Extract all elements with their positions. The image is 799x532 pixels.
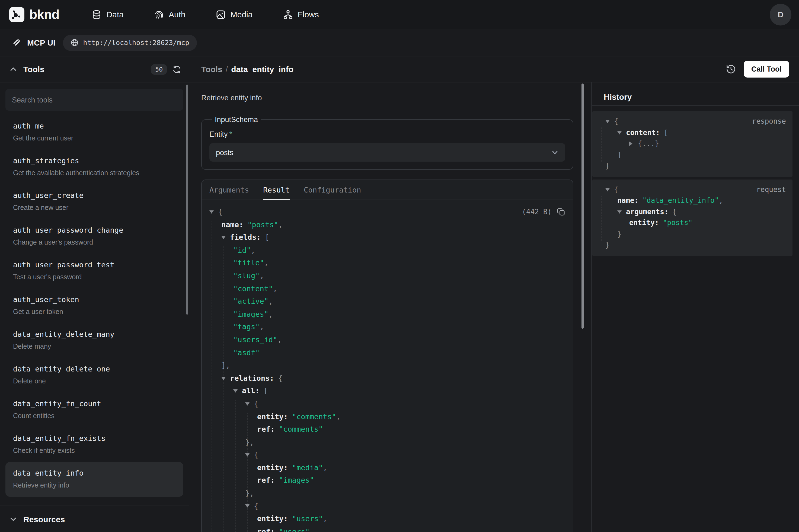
nav-item-data[interactable]: Data bbox=[92, 10, 124, 19]
json-punctuation: { bbox=[218, 206, 222, 218]
entity-select[interactable]: posts bbox=[209, 143, 565, 162]
tool-description: Retrieve entity info bbox=[13, 480, 176, 491]
top-nav: bknd DataAuthMediaFlows D bbox=[0, 0, 799, 29]
bknd-logo-icon bbox=[9, 6, 25, 22]
entity-select-value: posts bbox=[216, 148, 233, 156]
nav-item-flows[interactable]: Flows bbox=[283, 10, 319, 19]
resources-section-header[interactable]: Resources bbox=[0, 505, 189, 532]
tool-description: Get a user token bbox=[13, 307, 176, 317]
json-line: } bbox=[599, 160, 786, 172]
copy-icon[interactable] bbox=[557, 208, 565, 216]
history-clock-icon[interactable] bbox=[726, 64, 736, 74]
tool-list-item-data_entity_fn_count[interactable]: data_entity_fn_countCount entities bbox=[5, 393, 183, 428]
collapse-caret-icon[interactable] bbox=[617, 210, 626, 214]
json-line: ] bbox=[599, 149, 786, 160]
tool-list-item-auth_user_token[interactable]: auth_user_tokenGet a user token bbox=[5, 288, 183, 323]
sidebar-scrollbar[interactable] bbox=[186, 84, 188, 315]
json-key: entity: bbox=[257, 410, 288, 423]
refresh-icon[interactable] bbox=[172, 65, 181, 74]
tool-list-item-auth_me[interactable]: auth_meGet the current user bbox=[5, 115, 183, 150]
history-entry-request[interactable]: {requestname:"data_entity_info",argument… bbox=[592, 179, 793, 256]
tool-description: Change a user's password bbox=[13, 238, 176, 248]
json-punctuation: , bbox=[719, 195, 723, 206]
collapse-caret-icon[interactable] bbox=[209, 210, 218, 214]
call-tool-button[interactable]: Call Tool bbox=[744, 61, 789, 78]
json-string: "posts" bbox=[663, 217, 693, 229]
collapse-caret-icon[interactable] bbox=[221, 377, 230, 380]
input-schema-fieldset: InputSchema Entity* posts bbox=[201, 115, 573, 170]
collapse-caret-icon[interactable] bbox=[221, 236, 230, 239]
brand-logo[interactable]: bknd bbox=[9, 6, 59, 22]
tools-count-badge: 50 bbox=[151, 64, 167, 75]
tool-list-item-data_entity_fn_exists[interactable]: data_entity_fn_existsCheck if entity exi… bbox=[5, 428, 183, 462]
json-line: arguments:{ bbox=[599, 206, 786, 217]
brand-name: bknd bbox=[29, 7, 59, 22]
json-line: content:[ bbox=[599, 127, 786, 138]
json-string: "users" bbox=[279, 526, 310, 532]
json-line: ref:"images" bbox=[202, 474, 565, 487]
mcp-url-pill[interactable]: http://localhost:28623/mcp bbox=[63, 34, 197, 51]
nav-item-auth[interactable]: Auth bbox=[154, 10, 186, 19]
tool-description: Create a new user bbox=[13, 203, 176, 213]
expand-caret-icon[interactable] bbox=[629, 142, 638, 146]
tool-list-item-data_entity_delete_one[interactable]: data_entity_delete_oneDelete one bbox=[5, 358, 183, 393]
json-line: } bbox=[599, 240, 786, 251]
breadcrumb-section[interactable]: Tools bbox=[201, 64, 222, 74]
tool-description: Get the available authentication strateg… bbox=[13, 168, 176, 178]
tool-description: Check if entity exists bbox=[13, 446, 176, 456]
search-input[interactable] bbox=[5, 89, 183, 111]
json-string: "content" bbox=[233, 282, 273, 295]
tool-list-item-data_entity_delete_many[interactable]: data_entity_delete_manyDelete many bbox=[5, 323, 183, 358]
collapse-caret-icon[interactable] bbox=[233, 390, 242, 393]
mcp-bar: MCP UI http://localhost:28623/mcp bbox=[0, 29, 799, 56]
json-punctuation: } bbox=[617, 229, 622, 240]
json-punctuation: , bbox=[260, 321, 264, 334]
tab-arguments[interactable]: Arguments bbox=[209, 180, 249, 200]
tool-list-item-auth_user_password_test[interactable]: auth_user_password_testTest a user's pas… bbox=[5, 254, 183, 288]
tool-list-item-auth_strategies[interactable]: auth_strategiesGet the available authent… bbox=[5, 150, 183, 184]
json-line: "asdf" bbox=[202, 346, 565, 359]
tool-name: data_entity_delete_one bbox=[13, 364, 176, 374]
tool-list-item-data_entity_info[interactable]: data_entity_infoRetrieve entity info bbox=[5, 462, 183, 497]
nav-item-media[interactable]: Media bbox=[216, 10, 253, 19]
collapse-caret-icon[interactable] bbox=[617, 131, 626, 134]
json-line: "images", bbox=[202, 308, 565, 321]
json-key: ref: bbox=[257, 423, 275, 436]
collapse-caret-icon[interactable] bbox=[245, 505, 254, 508]
tool-list-item-auth_user_create[interactable]: auth_user_createCreate a new user bbox=[5, 184, 183, 219]
tools-section-header[interactable]: Tools 50 bbox=[0, 56, 189, 82]
json-string: "users" bbox=[292, 513, 323, 526]
collapse-caret-icon[interactable] bbox=[605, 120, 614, 124]
required-mark: * bbox=[229, 130, 232, 138]
tool-name: data_entity_fn_count bbox=[13, 399, 176, 409]
json-punctuation: { bbox=[254, 500, 258, 512]
json-line: ref:"comments" bbox=[202, 423, 565, 436]
history-entry-response[interactable]: {responsecontent:[{...}]} bbox=[592, 111, 793, 176]
collapse-caret-icon[interactable] bbox=[245, 402, 254, 405]
json-punctuation: { bbox=[614, 116, 619, 127]
json-punctuation: [ bbox=[265, 231, 269, 244]
input-schema-legend: InputSchema bbox=[212, 115, 261, 124]
collapse-caret-icon[interactable] bbox=[245, 453, 254, 457]
tool-list-item-auth_user_password_change[interactable]: auth_user_password_changeChange a user's… bbox=[5, 219, 183, 254]
tab-configuration[interactable]: Configuration bbox=[304, 180, 361, 200]
image-icon bbox=[216, 10, 226, 19]
json-punctuation: , bbox=[278, 334, 282, 346]
result-card: ArgumentsResultConfiguration {(442 B)nam… bbox=[201, 179, 573, 532]
json-punctuation: , bbox=[323, 461, 327, 474]
collapse-caret-icon[interactable] bbox=[605, 188, 614, 191]
json-punctuation: { bbox=[672, 206, 677, 217]
json-line: "id", bbox=[202, 244, 565, 257]
json-string: "id" bbox=[233, 244, 251, 257]
json-punctuation: { bbox=[278, 372, 282, 384]
tab-result[interactable]: Result bbox=[263, 180, 290, 200]
json-punctuation: { bbox=[614, 184, 619, 195]
json-key: relations: bbox=[230, 372, 274, 384]
json-key: fields: bbox=[230, 231, 261, 244]
user-avatar[interactable]: D bbox=[770, 3, 792, 25]
json-line: "title", bbox=[202, 257, 565, 269]
history-panel: History {responsecontent:[{...}]}{reques… bbox=[591, 82, 799, 532]
tool-list: auth_meGet the current userauth_strategi… bbox=[0, 111, 189, 505]
main-scrollbar[interactable] bbox=[582, 83, 584, 329]
tool-name: data_entity_delete_many bbox=[13, 329, 176, 340]
